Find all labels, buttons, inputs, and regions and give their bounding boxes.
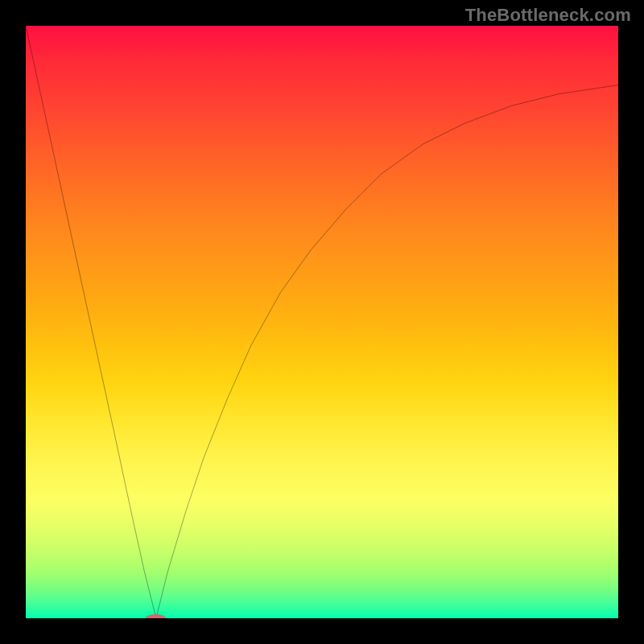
watermark-text: TheBottleneck.com (465, 5, 631, 26)
curve-svg (26, 26, 618, 618)
outer-frame: TheBottleneck.com (0, 0, 644, 644)
plot-area (26, 26, 618, 618)
optimum-marker (146, 614, 166, 618)
bottleneck-curve (26, 26, 618, 618)
